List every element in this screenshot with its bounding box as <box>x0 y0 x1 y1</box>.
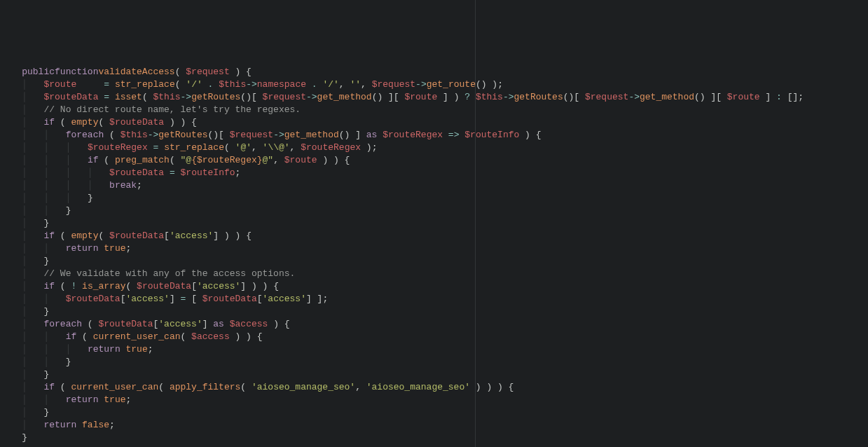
token-op: -> <box>246 79 257 90</box>
token-punc: ) { <box>519 130 541 140</box>
code-line[interactable]: │ │ │ $routeRegex = str_replace( '@', '\… <box>0 142 868 154</box>
token-var: $access <box>191 331 230 342</box>
token-punc: () ); <box>476 79 503 90</box>
code-line[interactable]: │ │ } <box>0 205 868 217</box>
token-bool: true <box>104 394 125 405</box>
code-line[interactable]: │ } <box>0 255 868 268</box>
token-punc: } <box>43 369 49 380</box>
token-op: -> <box>181 92 192 102</box>
token-str: 'aioseo_manage_seo' <box>366 382 470 392</box>
code-line[interactable]: │ if ( empty( $routeData ) ) { <box>0 116 868 129</box>
code-line[interactable]: │ $route = str_replace( '/' . $this->nam… <box>0 78 868 91</box>
token-punc: , <box>361 79 372 90</box>
code-line[interactable]: │ // No direct route name, let's try the… <box>0 104 868 116</box>
token-op: -> <box>306 92 317 102</box>
token-bool: true <box>104 243 125 254</box>
token-punc: ( <box>175 79 186 90</box>
code-line[interactable]: │ } <box>0 406 868 419</box>
token-op: -> <box>503 92 514 102</box>
token-op: = <box>153 142 159 153</box>
token-punc: ; <box>798 92 804 102</box>
code-line[interactable]: │ │ │ │ $routeData = $routeInfo; <box>0 167 868 179</box>
token-punc: ( <box>104 130 120 140</box>
token-fn: current_user_can <box>93 331 181 342</box>
token-punc: ; <box>137 180 142 191</box>
token-punc: } <box>43 256 49 266</box>
token-punc: ( <box>224 142 235 153</box>
code-line[interactable]: │ if ( empty( $routeData['access'] ) ) { <box>0 230 868 242</box>
token-var: $routeData <box>98 319 153 329</box>
code-line[interactable]: │ if ( ! is_array( $routeData['access'] … <box>0 280 868 293</box>
code-line[interactable]: │ │ } <box>0 356 868 369</box>
token-op: : <box>776 92 782 102</box>
token-punc: } <box>22 432 27 443</box>
token-punc: , <box>355 382 366 392</box>
token-kw: function <box>55 67 98 77</box>
code-line[interactable]: │ return false; <box>0 419 868 432</box>
token-var: $route <box>43 79 76 90</box>
token-cmt: // We validate with any of the access op… <box>43 268 295 279</box>
token-punc: ) { <box>268 319 289 329</box>
token-fn: get_method <box>317 92 372 102</box>
token-punc: ); <box>361 142 377 153</box>
token-punc: ] ) <box>437 92 464 102</box>
token-punc: ( <box>175 67 186 77</box>
token-str: 'access' <box>158 319 202 329</box>
code-line[interactable]: │ │ if ( current_user_can( $access ) ) { <box>0 331 868 343</box>
code-line[interactable]: │ │ │ │ break; <box>0 179 868 192</box>
token-op: ! <box>71 281 76 291</box>
token-op: = <box>170 167 175 178</box>
token-kw: if <box>43 117 55 128</box>
token-punc: ( <box>98 231 109 241</box>
code-line[interactable]: publicfunctionvalidateAccess( $request )… <box>0 66 868 78</box>
token-var: $routeRegex <box>88 142 148 153</box>
token-var: $routeData <box>202 294 257 304</box>
code-line[interactable]: │ │ │ return true; <box>0 343 868 356</box>
code-line[interactable]: │ } <box>0 305 868 318</box>
code-editor-content[interactable]: publicfunctionvalidateAccess( $request )… <box>0 63 868 444</box>
token-punc: [ <box>257 294 263 304</box>
code-line[interactable]: │ │ return true; <box>0 242 868 255</box>
token-str: 'access' <box>263 294 306 304</box>
token-kw: if <box>43 231 55 241</box>
code-line[interactable]: │ │ │ if ( preg_match( "@{$routeRegex}@"… <box>0 154 868 167</box>
token-punc: ] <box>170 294 181 304</box>
code-line[interactable]: } <box>0 432 868 444</box>
token-var: $routeRegex <box>383 130 443 140</box>
token-var: $this <box>153 92 181 102</box>
token-var: $routeInfo <box>464 130 519 140</box>
token-punc: , <box>273 155 284 165</box>
token-fn: get_method <box>284 130 339 140</box>
token-var: $routeData <box>137 281 191 291</box>
token-str: 'access' <box>125 294 169 304</box>
token-punc: ; <box>126 243 132 254</box>
code-line[interactable]: │ if ( current_user_can( apply_filters( … <box>0 381 868 394</box>
token-kw: as <box>366 130 378 140</box>
token-str: 'aioseo_manage_seo' <box>252 382 355 392</box>
token-punc: ] ) ) { <box>213 231 252 241</box>
token-punc: ( <box>82 319 98 329</box>
code-line[interactable]: │ } <box>0 369 868 381</box>
token-punc: } <box>66 357 71 367</box>
token-var: $route <box>727 92 760 102</box>
token-punc: ] <box>202 319 214 329</box>
code-line[interactable]: │ // We validate with any of the access … <box>0 268 868 280</box>
code-line[interactable]: │ foreach ( $routeData['access'] as $acc… <box>0 318 868 331</box>
token-punc: ( <box>55 231 71 241</box>
token-op: -> <box>628 92 640 102</box>
code-line[interactable]: │ │ $routeData['access'] = [ $routeData[… <box>0 293 868 305</box>
token-cmt: // No direct route name, let's try the r… <box>43 104 301 115</box>
code-line[interactable]: │ $routeData = isset( $this->getRoutes()… <box>0 91 868 104</box>
token-punc: , <box>252 142 263 153</box>
token-var: $routeData <box>66 294 120 304</box>
token-var: $routeData <box>109 167 164 178</box>
code-line[interactable]: │ } <box>0 217 868 230</box>
token-str: 'access' <box>197 281 240 291</box>
code-line[interactable]: │ │ │ } <box>0 192 868 205</box>
token-punc: ( <box>98 155 114 165</box>
token-var: $routeData <box>43 92 98 102</box>
token-punc: [ <box>164 231 170 241</box>
token-op: -> <box>148 130 159 140</box>
code-line[interactable]: │ │ foreach ( $this->getRoutes()[ $reque… <box>0 129 868 142</box>
code-line[interactable]: │ │ return true; <box>0 394 868 406</box>
